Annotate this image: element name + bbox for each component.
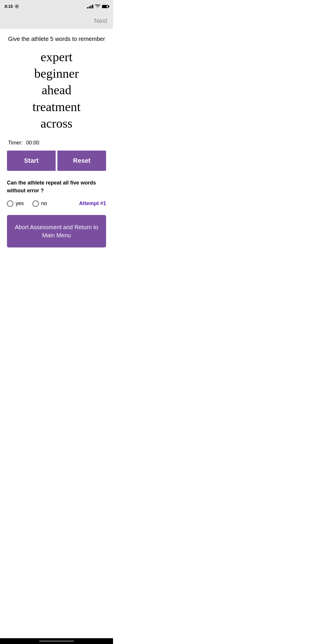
reset-button[interactable]: Reset xyxy=(57,151,106,171)
timer-row: Timer: 00:00 xyxy=(7,140,106,146)
attempt-indicator: Attempt #1 xyxy=(79,200,106,207)
timer-label: Timer: xyxy=(8,140,23,146)
battery-icon xyxy=(102,5,108,8)
abort-button[interactable]: Abort Assessment and Return to Main Menu xyxy=(7,215,106,247)
action-buttons-row: Start Reset xyxy=(7,151,106,171)
radio-circle-no xyxy=(32,200,39,207)
radio-no[interactable]: no xyxy=(32,200,47,207)
settings-icon xyxy=(14,4,19,9)
word-3: ahead xyxy=(42,82,72,98)
radio-yes[interactable]: yes xyxy=(7,200,24,207)
status-bar: 8:15 xyxy=(0,0,113,13)
radio-circle-yes xyxy=(7,200,13,207)
word-4: treatment xyxy=(32,99,81,115)
word-5: across xyxy=(41,115,72,132)
radio-inner-no xyxy=(34,202,37,205)
word-1: expert xyxy=(41,49,72,65)
radio-inner-yes xyxy=(9,202,12,205)
timer-value: 00:00 xyxy=(26,140,39,146)
signal-icon xyxy=(87,5,93,8)
time-display: 8:15 xyxy=(5,4,13,9)
instruction-text: Give the athlete 5 words to remember xyxy=(7,35,106,43)
question-text: Can the athlete repeat all five words wi… xyxy=(7,179,106,195)
main-content: Give the athlete 5 words to remember exp… xyxy=(0,29,113,253)
wifi-icon xyxy=(95,4,100,8)
header: Next xyxy=(0,13,113,29)
word-2: beginner xyxy=(34,65,79,82)
next-button[interactable]: Next xyxy=(94,17,107,25)
words-list: expert beginner ahead treatment across xyxy=(7,49,106,132)
status-bar-right xyxy=(87,4,108,8)
radio-options-row: yes no Attempt #1 xyxy=(7,200,106,207)
radio-yes-label: yes xyxy=(16,200,24,207)
svg-point-0 xyxy=(16,6,18,7)
start-button[interactable]: Start xyxy=(7,151,56,171)
status-bar-left: 8:15 xyxy=(5,4,19,9)
radio-no-label: no xyxy=(41,200,47,207)
